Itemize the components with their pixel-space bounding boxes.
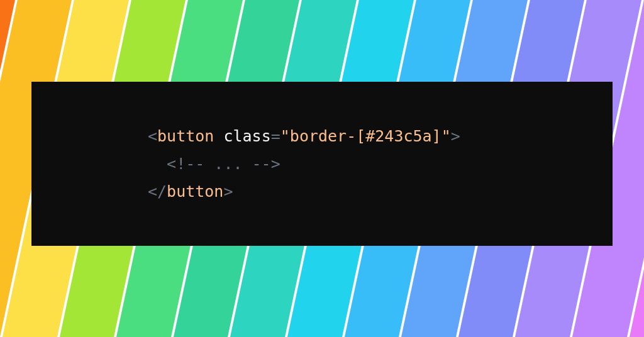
code-line-2: <!-- ... --> <box>148 150 543 178</box>
quote-open: " <box>280 127 290 145</box>
attr-class: class <box>223 127 270 145</box>
code-line-3: </button> <box>148 178 543 206</box>
code-block: <button class="border-[#243c5a]"> <!-- .… <box>31 82 613 246</box>
angle-bracket-close: > <box>451 127 460 145</box>
angle-bracket-open-slash: </ <box>148 182 167 201</box>
angle-bracket-open: < <box>148 127 157 145</box>
equals: = <box>271 127 280 145</box>
quote-close: " <box>441 127 451 145</box>
attr-value: border-[#243c5a] <box>290 127 441 145</box>
code-line-1: <button class="border-[#243c5a]"> <box>148 123 543 150</box>
html-comment: <!-- ... --> <box>167 155 280 173</box>
tag-button-close: button <box>167 182 223 201</box>
tag-button: button <box>157 127 214 145</box>
angle-bracket-close: > <box>223 182 233 201</box>
space <box>214 127 223 145</box>
